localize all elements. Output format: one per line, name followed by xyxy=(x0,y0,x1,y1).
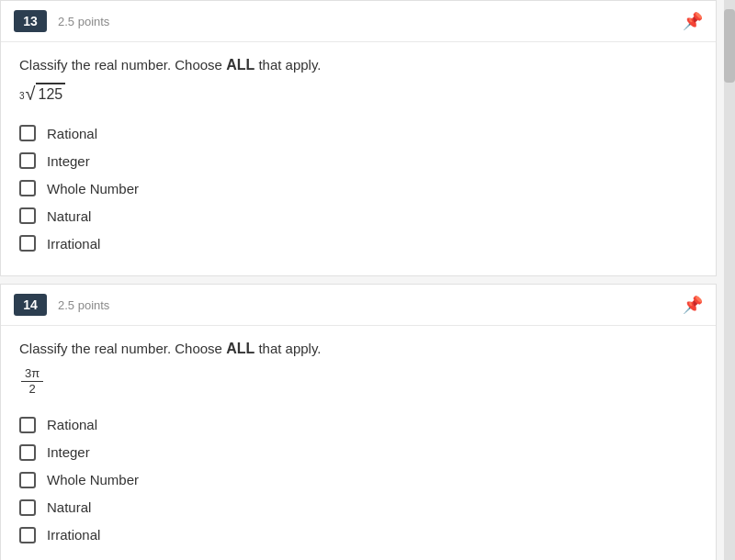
checkbox-integer-14[interactable] xyxy=(19,444,36,461)
option-whole-13[interactable]: Whole Number xyxy=(19,174,697,202)
scrollbar-thumb[interactable] xyxy=(724,9,735,83)
math-expression-14: 3π 2 xyxy=(19,366,697,396)
question-header-13: 13 2.5 points 📌 xyxy=(1,1,716,42)
math-expression-13: 3 √ 125 xyxy=(19,83,697,105)
question-body-14: Classify the real number. Choose ALL tha… xyxy=(1,326,716,560)
option-label-rational-13: Rational xyxy=(47,126,97,141)
question-text-14: Classify the real number. Choose ALL tha… xyxy=(19,341,697,357)
option-label-rational-14: Rational xyxy=(47,417,97,432)
options-list-14: Rational Integer Whole Number Natural Ir… xyxy=(19,411,697,549)
option-label-integer-14: Integer xyxy=(47,444,90,460)
question-text-13: Classify the real number. Choose ALL tha… xyxy=(19,57,697,73)
question-number-13: 13 xyxy=(14,10,47,32)
fraction-expression: 3π 2 xyxy=(21,366,43,396)
option-natural-13[interactable]: Natural xyxy=(19,202,697,230)
option-integer-14[interactable]: Integer xyxy=(19,439,697,466)
question-body-13: Classify the real number. Choose ALL tha… xyxy=(1,42,716,275)
question-block-14: 14 2.5 points 📌 Classify the real number… xyxy=(0,284,717,560)
option-irrational-14[interactable]: Irrational xyxy=(19,521,697,549)
cube-root-symbol: 3 √ 125 xyxy=(19,83,65,105)
question-points-13: 2.5 points xyxy=(58,15,109,28)
pin-icon-14[interactable]: 📌 xyxy=(683,295,703,315)
option-label-natural-14: Natural xyxy=(47,499,91,515)
option-natural-14[interactable]: Natural xyxy=(19,494,697,521)
option-label-irrational-14: Irrational xyxy=(47,527,100,543)
question-points-14: 2.5 points xyxy=(58,298,109,312)
question-number-14: 14 xyxy=(14,294,47,316)
option-label-whole-13: Whole Number xyxy=(47,181,139,196)
option-integer-13[interactable]: Integer xyxy=(19,147,697,174)
checkbox-rational-13[interactable] xyxy=(19,125,36,141)
question-header-14: 14 2.5 points 📌 xyxy=(1,285,716,326)
checkbox-integer-13[interactable] xyxy=(19,152,36,169)
option-label-irrational-13: Irrational xyxy=(47,236,100,252)
pin-icon-13[interactable]: 📌 xyxy=(683,11,703,31)
option-whole-14[interactable]: Whole Number xyxy=(19,466,697,494)
page-wrapper: 13 2.5 points 📌 Classify the real number… xyxy=(0,0,735,560)
options-list-13: Rational Integer Whole Number Natural Ir… xyxy=(19,119,697,257)
checkbox-natural-14[interactable] xyxy=(19,499,36,516)
option-rational-13[interactable]: Rational xyxy=(19,119,697,147)
option-irrational-13[interactable]: Irrational xyxy=(19,230,697,257)
question-block-13: 13 2.5 points 📌 Classify the real number… xyxy=(0,0,717,276)
checkbox-whole-13[interactable] xyxy=(19,180,36,196)
scrollbar-track[interactable] xyxy=(724,0,735,560)
option-label-whole-14: Whole Number xyxy=(47,472,139,487)
option-label-integer-13: Integer xyxy=(47,153,90,169)
checkbox-whole-14[interactable] xyxy=(19,472,36,488)
checkbox-rational-14[interactable] xyxy=(19,417,36,433)
checkbox-irrational-13[interactable] xyxy=(19,235,36,252)
option-label-natural-13: Natural xyxy=(47,208,91,224)
checkbox-natural-13[interactable] xyxy=(19,207,36,224)
checkbox-irrational-14[interactable] xyxy=(19,527,36,543)
option-rational-14[interactable]: Rational xyxy=(19,411,697,439)
